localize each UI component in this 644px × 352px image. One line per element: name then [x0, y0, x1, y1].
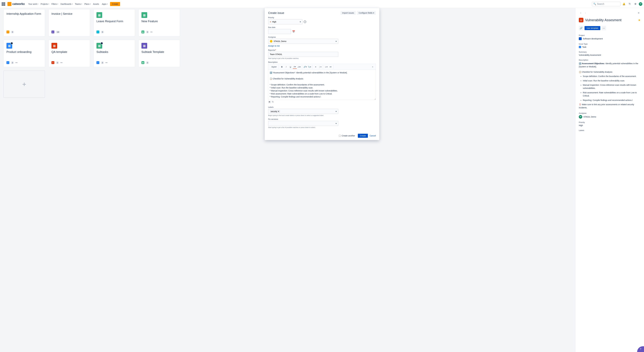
priority-field-label: Priority — [268, 17, 376, 19]
assignee-select[interactable]: STAGIL Demo ▾ — [268, 39, 338, 44]
numbered-list-icon[interactable]: ⋮≡ — [318, 65, 322, 69]
priority-select[interactable]: ≡ High ▾ — [268, 19, 302, 24]
import-issues-button[interactable]: Import issues — [340, 11, 356, 15]
create-submit-button[interactable]: Create — [358, 134, 368, 138]
collapse-icon[interactable]: ≈ — [370, 65, 374, 69]
help-icon[interactable]: ?⃝ — [628, 2, 632, 6]
calendar-icon[interactable]: 📅 — [292, 30, 295, 33]
add-icon[interactable]: +▾ — [328, 65, 332, 69]
nav-item-projects[interactable]: Projects — [40, 2, 50, 6]
user-avatar[interactable]: SR — [639, 2, 642, 6]
create-button[interactable]: Create — [110, 2, 120, 6]
fixversions-select[interactable]: ▾ — [268, 121, 338, 126]
settings-icon[interactable]: ⚙ — [633, 2, 638, 6]
modal-title: Create issue — [268, 11, 339, 14]
subscript-icon[interactable]: ₓA▾ — [297, 65, 301, 69]
reporter-input[interactable]: Team STAGIL — [268, 52, 338, 57]
logo-text: catworkx — [12, 2, 25, 6]
fixversions-field-label: Fix versions — [268, 118, 376, 120]
editor-help-icon[interactable]: ?⃝ — [272, 101, 274, 103]
bold-icon[interactable]: B — [280, 65, 284, 69]
label-chip[interactable]: security ✕ — [270, 110, 280, 113]
italic-icon[interactable]: I — [284, 65, 288, 69]
description-field-label: Description — [268, 61, 376, 63]
notifications-icon[interactable]: 🔔 — [622, 2, 626, 6]
create-another-checkbox[interactable]: Create another — [339, 134, 355, 137]
description-editor[interactable]: ℹ️ *Assessment Objectives*: Identify pot… — [268, 70, 376, 100]
duedate-input[interactable] — [268, 29, 291, 34]
nav-item-assets[interactable]: Assets — [92, 2, 101, 6]
text-color-icon[interactable]: A▾ — [293, 65, 297, 69]
assignee-avatar-icon — [270, 40, 272, 42]
reporter-field-label: Reporter* — [268, 49, 376, 51]
editor-toolbar: Style▾ B I U A▾ ₓA▾ 🔗▾ 📎▾ ≡ ⋮≡ — [268, 64, 376, 70]
nav-item-filters[interactable]: Filters — [50, 2, 59, 6]
fixversions-help-text: Start typing to get a list of possible m… — [268, 126, 376, 128]
visual-tab-icon[interactable]: 👁 — [268, 101, 271, 103]
modal-overlay: Create issue Import issues Configure fie… — [0, 8, 644, 352]
nav-item-dashboards[interactable]: Dashboards — [59, 2, 74, 6]
create-issue-modal: Create issue Import issues Configure fie… — [265, 8, 379, 140]
app-switcher-icon[interactable] — [2, 2, 5, 6]
duedate-field-label: Due date — [268, 26, 376, 28]
emoji-icon[interactable]: ☺▾ — [324, 65, 328, 69]
nav-item-plans[interactable]: Plans — [83, 2, 92, 6]
nav-item-your-work[interactable]: Your work — [27, 2, 40, 6]
priority-high-icon: ≡ — [270, 21, 271, 23]
link-tool-icon[interactable]: 🔗▾ — [303, 65, 307, 69]
bullet-list-icon[interactable]: ≡ — [314, 65, 318, 69]
cancel-button[interactable]: Cancel — [370, 134, 376, 137]
configure-fields-button[interactable]: Configure fields ▾ — [357, 11, 376, 15]
logo-icon — [8, 2, 12, 6]
assignee-field-label: Assignee — [268, 36, 376, 38]
info-icon[interactable]: ? — [304, 20, 306, 23]
labels-help-text: Begin typing to find and create labels o… — [268, 114, 376, 116]
style-dropdown[interactable]: Style▾ — [270, 65, 278, 69]
labels-select[interactable]: security ✕ ▾ — [268, 109, 338, 114]
top-navigation: catworkx Your workProjectsFiltersDashboa… — [0, 0, 644, 8]
attachment-icon[interactable]: 📎▾ — [308, 65, 312, 69]
nav-item-teams[interactable]: Teams — [74, 2, 83, 6]
search-icon: 🔍 — [593, 2, 596, 5]
nav-item-apps[interactable]: Apps — [101, 2, 109, 6]
underline-icon[interactable]: U — [288, 65, 292, 69]
logo[interactable]: catworkx — [8, 2, 25, 6]
labels-field-label: Labels — [268, 106, 376, 108]
search-placeholder: Search — [597, 3, 604, 5]
search-input[interactable]: 🔍 Search — [592, 2, 620, 6]
assign-to-me-link[interactable]: Assign to me — [268, 45, 280, 47]
reporter-help-text: Start typing to get a list of possible m… — [268, 58, 376, 59]
